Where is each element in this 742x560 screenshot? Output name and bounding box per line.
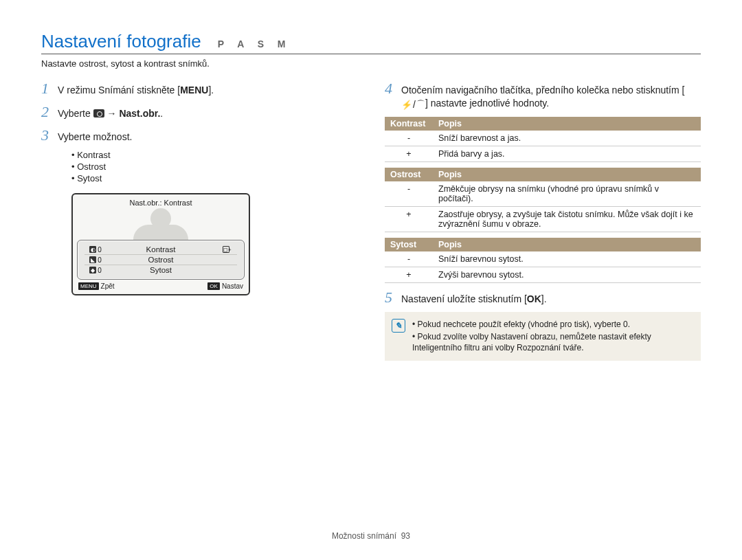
table-row: +Zvýši barevnou sytost. [385,267,701,283]
th-popis-3: Popis [433,238,701,251]
bullet-sytost: Sytost [71,173,357,183]
contrast-badge-icon: ◐ [89,246,96,253]
arrow: → [104,108,120,119]
flash-wifi-icon: ⚡/⌒ [401,98,425,111]
note-1: Pokud nechcete použít efekty (vhodné pro… [412,319,694,330]
lcd-row-3-val: 0 [98,267,102,274]
lcd-row-1: ◐0 Kontrast ◻+ [85,245,237,255]
step-5-pre: Nastavení uložíte stisknutím [ [401,293,527,304]
sign-cell: - [385,131,433,146]
lcd-row-2-val: 0 [98,256,102,264]
step-1-post: ]. [208,85,214,96]
desc-cell: Přidá barvy a jas. [433,146,701,162]
table-ostrost: OstrostPopis -Změkčuje obrysy na snímku … [385,168,701,232]
lcd-row-1-val: 0 [98,246,102,254]
step-4-pre: Otočením navigačního tlačítka, předního … [401,85,684,96]
lcd-silhouette [77,208,245,243]
note-2: Pokud zvolíte volby Nastavení obrazu, ne… [412,331,694,353]
info-icon: ✎ [392,319,405,333]
lcd-set: OKNastav [207,282,243,290]
step-3-text: Vyberte možnost. [58,128,132,144]
page-header: Nastavení fotografie P A S M [41,31,701,54]
lcd-row-1-right: ◻+ [215,246,237,253]
note-list: Pokud nechcete použít efekty (vhodné pro… [412,319,694,355]
lcd-row-1-label: Kontrast [106,245,215,254]
th-kontrast: Kontrast [385,117,433,131]
lcd-row-2-label: Ostrost [106,256,215,264]
desc-cell: Zaostřuje obrysy, a zvyšuje tak čistotu … [433,207,701,232]
step-2-pre: Vyberte [58,108,93,119]
left-column: 1 V režimu Snímání stiskněte [MENU]. 2 V… [41,80,357,361]
note-box: ✎ Pokud nechcete použít efekty (vhodné p… [385,312,701,361]
step-4-num: 4 [385,80,401,98]
plus-badge-icon: ◻+ [223,246,229,253]
sharpness-badge-icon: ◣ [89,256,96,263]
step-1-pre: V režimu Snímání stiskněte [ [58,85,180,96]
table-sytost: SytostPopis -Sníží barevnou sytost. +Zvý… [385,238,701,283]
sign-cell: + [385,267,433,283]
ok-tag-icon: OK [207,282,220,290]
desc-cell: Sníží barevnost a jas. [433,131,701,146]
lcd-title: Nast.obr.: Kontrast [77,199,245,207]
lcd-row-2: ◣0 Ostrost [85,255,237,265]
step-2-text: Vyberte → Nast.obr.. [58,104,163,120]
th-ostrost: Ostrost [385,168,433,181]
step-5-num: 5 [385,289,401,306]
sign-cell: - [385,251,433,267]
lcd-set-label: Nastav [222,282,243,290]
table-row: +Zaostřuje obrysy, a zvyšuje tak čistotu… [385,207,701,232]
bullet-kontrast: Kontrast [71,150,357,160]
lcd-row-2-left: ◣0 [85,256,106,264]
step-2-target: Nast.obr. [119,108,160,119]
right-column: 4 Otočením navigačního tlačítka, předníh… [385,80,701,361]
lcd-row-3-left: ◆0 [85,267,106,274]
option-bullets: Kontrast Ostrost Sytost [71,150,357,183]
mode-indicator: P A S M [218,38,291,49]
th-popis-2: Popis [433,168,701,181]
lcd-row-1-left: ◐0 [85,246,106,254]
table-kontrast: KontrastPopis -Sníží barevnost a jas. +P… [385,117,701,162]
step-1-text: V režimu Snímání stiskněte [MENU]. [58,81,214,97]
step-3-num: 3 [41,126,58,144]
page-footer: Možnosti snímání 93 [0,531,742,541]
wifi-icon: ⌒ [416,98,425,111]
menu-tag-icon: MENU [78,282,99,290]
saturation-badge-icon: ◆ [89,267,96,273]
table-row: +Přidá barvy a jas. [385,146,701,162]
lcd-back-label: Zpět [101,282,115,290]
flash-icon: ⚡ [401,99,412,111]
lcd-back: MENUZpět [78,282,115,290]
footer-page: 93 [401,531,410,541]
desc-cell: Sníží barevnou sytost. [433,251,701,267]
table-row: -Sníží barevnost a jas. [385,131,701,146]
lcd-row-3-label: Sytost [106,266,215,274]
desc-cell: Zvýši barevnou sytost. [433,267,701,283]
lcd-footer: MENUZpět OKNastav [77,282,245,290]
sign-cell: - [385,181,433,207]
step-5-post: ]. [541,293,547,304]
intro-text: Nastavte ostrost, sytost a kontrast sním… [41,58,701,69]
lcd-row-3: ◆0 Sytost [85,265,237,275]
step-2-num: 2 [41,103,58,121]
menu-label: MENU [180,85,208,96]
ok-label: OK [527,293,541,304]
camera-icon [93,109,104,117]
table-row: -Sníží barevnou sytost. [385,251,701,267]
lcd-panel: ◐0 Kontrast ◻+ ◣0 Ostrost ◆0 Sytost [77,240,245,280]
step-4-text: Otočením navigačního tlačítka, předního … [401,81,701,111]
step-1-num: 1 [41,80,58,98]
page-title: Nastavení fotografie [41,31,201,52]
step-5-text: Nastavení uložíte stisknutím [OK]. [401,290,547,306]
sign-cell: + [385,146,433,162]
bullet-ostrost: Ostrost [71,161,357,172]
step-4-post: ] nastavte jednotlivé hodnoty. [425,98,549,109]
sign-cell: + [385,207,433,232]
th-popis-1: Popis [433,117,701,131]
th-sytost: Sytost [385,238,433,251]
step-2-post: . [160,108,163,119]
lcd-mockup: Nast.obr.: Kontrast ◐0 Kontrast ◻+ ◣0 Os… [71,193,250,295]
table-row: -Změkčuje obrysy na snímku (vhodné pro ú… [385,181,701,207]
footer-section: Možnosti snímání [332,531,396,541]
desc-cell: Změkčuje obrysy na snímku (vhodné pro úp… [433,181,701,207]
